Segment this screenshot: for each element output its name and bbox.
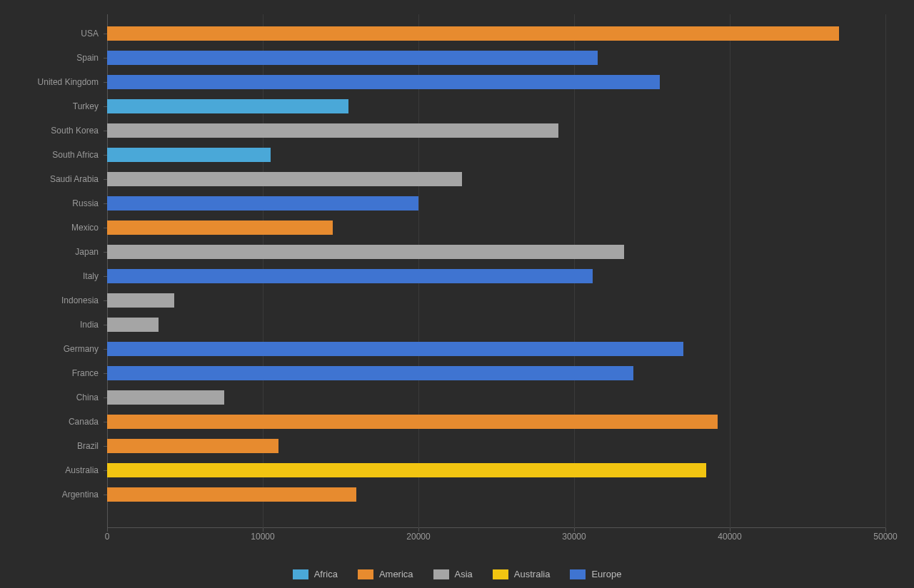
y-tick	[104, 349, 107, 350]
legend-item[interactable]: Australia	[493, 569, 551, 579]
y-axis-label: United Kingdom	[6, 70, 99, 94]
x-tick-label: 20000	[406, 532, 430, 542]
y-tick	[104, 155, 107, 156]
bar[interactable]	[107, 439, 278, 453]
bar-row	[107, 434, 885, 458]
x-tick-label: 10000	[251, 532, 274, 542]
y-tick	[104, 228, 107, 228]
y-tick	[104, 446, 107, 447]
y-axis-label: Germany	[6, 337, 99, 361]
bar-row	[107, 143, 885, 167]
y-axis-label: France	[6, 361, 99, 385]
x-tick-label: 50000	[873, 532, 897, 542]
legend-label: Africa	[314, 569, 338, 579]
y-tick	[104, 373, 107, 374]
y-axis-label: South Korea	[6, 118, 99, 143]
y-tick	[104, 82, 107, 83]
bar[interactable]	[107, 172, 462, 186]
bar-row	[107, 385, 885, 410]
bar[interactable]	[107, 463, 706, 477]
legend-swatch	[493, 569, 508, 579]
x-tick-label: 40000	[718, 532, 741, 542]
legend-label: Europe	[591, 569, 621, 579]
bar-row	[107, 216, 885, 240]
bar[interactable]	[107, 123, 558, 138]
legend-swatch	[433, 569, 449, 579]
bar[interactable]	[107, 269, 593, 283]
y-tick	[104, 34, 107, 34]
y-axis-label: Canada	[6, 410, 99, 434]
legend-item[interactable]: Europe	[570, 569, 621, 579]
legend-swatch	[293, 569, 308, 579]
y-axis-label: Brazil	[6, 434, 99, 458]
y-tick	[104, 470, 107, 471]
legend-swatch	[358, 569, 373, 579]
plot-area	[107, 14, 885, 528]
legend-label: America	[379, 569, 413, 579]
bar-row	[107, 410, 885, 434]
bar[interactable]	[107, 75, 660, 89]
bar-row	[107, 240, 885, 264]
y-tick	[104, 325, 107, 325]
bar[interactable]	[107, 148, 271, 162]
y-tick	[104, 203, 107, 204]
bar-row	[107, 70, 885, 94]
bar[interactable]	[107, 293, 174, 308]
legend-label: Australia	[514, 569, 551, 579]
bar[interactable]	[107, 415, 718, 429]
x-tick-label: 0	[105, 532, 110, 542]
y-axis-label: Argentina	[6, 482, 99, 507]
y-axis-label: Australia	[6, 458, 99, 482]
y-tick	[104, 131, 107, 131]
y-tick	[104, 397, 107, 398]
bar-row	[107, 482, 885, 507]
bar-row	[107, 264, 885, 288]
y-tick	[104, 58, 107, 59]
x-axis-line	[107, 527, 885, 528]
y-tick	[104, 495, 107, 495]
x-tick-label: 30000	[562, 532, 586, 542]
legend-item[interactable]: America	[358, 569, 413, 579]
bar[interactable]	[107, 366, 633, 380]
y-axis-label: USA	[6, 21, 99, 46]
y-axis-label: Japan	[6, 240, 99, 264]
y-tick	[104, 276, 107, 277]
bar[interactable]	[107, 487, 356, 502]
legend: AfricaAmericaAsiaAustraliaEurope	[0, 569, 914, 579]
y-tick	[104, 252, 107, 253]
bar-row	[107, 361, 885, 385]
legend-item[interactable]: Africa	[293, 569, 338, 579]
bar[interactable]	[107, 99, 348, 113]
y-tick	[104, 300, 107, 301]
bar-row	[107, 46, 885, 70]
legend-swatch	[570, 569, 586, 579]
bar-row	[107, 458, 885, 482]
y-axis-label: Mexico	[6, 216, 99, 240]
y-tick	[104, 106, 107, 107]
bar[interactable]	[107, 390, 224, 405]
y-axis-label: Turkey	[6, 94, 99, 118]
gridline	[885, 14, 886, 528]
y-axis-label: Russia	[6, 191, 99, 216]
bar[interactable]	[107, 220, 333, 235]
bar-row	[107, 118, 885, 143]
y-tick	[104, 422, 107, 422]
bar-row	[107, 167, 885, 191]
y-axis-label: South Africa	[6, 143, 99, 167]
y-axis-label: China	[6, 385, 99, 410]
bar[interactable]	[107, 318, 159, 332]
legend-label: Asia	[455, 569, 473, 579]
bar[interactable]	[107, 196, 418, 211]
bar[interactable]	[107, 245, 624, 259]
bar[interactable]	[107, 342, 683, 356]
bar-row	[107, 21, 885, 46]
bar-row	[107, 313, 885, 337]
y-axis-label: India	[6, 313, 99, 337]
y-tick	[104, 179, 107, 180]
bar-row	[107, 94, 885, 118]
bar[interactable]	[107, 51, 598, 65]
legend-item[interactable]: Asia	[433, 569, 473, 579]
bar-row	[107, 288, 885, 313]
y-axis-label: Spain	[6, 46, 99, 70]
bar[interactable]	[107, 26, 839, 41]
